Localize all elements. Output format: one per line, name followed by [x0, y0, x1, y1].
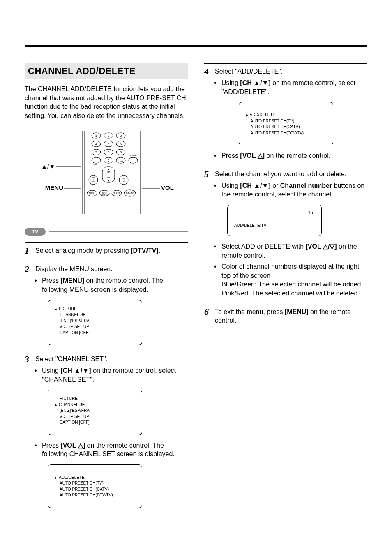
svg-text:2: 2 — [107, 134, 109, 138]
step-3: 3 Select "CHANNEL SET". • Using [CH ▲/▼]… — [25, 351, 188, 508]
svg-text:9: 9 — [120, 150, 122, 154]
step-1: 1 Select analog mode by pressing [DTV/TV… — [25, 242, 188, 255]
step-5-head: Select the channel you want to add or de… — [215, 170, 346, 179]
step-num-4: 4 — [204, 67, 212, 76]
btn-sleep: SLEEP — [113, 192, 120, 194]
section-title: CHANNEL ADD/DELETE — [25, 63, 188, 79]
label-menu: MENU — [45, 184, 63, 191]
btn-ch-up: CH — [107, 171, 110, 173]
remote-diagram: CH ▲/▼ MENU VOL △/▽ 1 2 3 — [25, 127, 188, 219]
step-2-bullet: • Press [MENU] on the remote control. Th… — [35, 276, 188, 294]
step-2-head: Display the MENU screen. — [35, 265, 113, 274]
step-num-6: 6 — [204, 307, 212, 316]
step-4-head: Select "ADD/DELETE". — [215, 67, 283, 76]
step-num-3: 3 — [25, 355, 32, 364]
btn-dtvtv: DTV/TV — [126, 192, 134, 194]
osd-channel-label: ADD/DELETE:TV — [233, 223, 316, 228]
btn-menu: MENU — [89, 192, 95, 194]
step-num-5: 5 — [204, 170, 212, 179]
osd-channel-display: 15 ADD/DELETE:TV — [227, 205, 322, 236]
svg-text:△: △ — [122, 180, 125, 182]
btn-vol-dn: VOL — [91, 181, 95, 183]
step-4b-bullet: • Press [VOL △] on the remote control. — [214, 151, 367, 160]
remote-svg: CH ▲/▼ MENU VOL △/▽ 1 2 3 — [39, 127, 174, 218]
tv-badge: TV — [25, 228, 46, 236]
svg-text:SELECT: SELECT — [101, 194, 108, 196]
osd-channel-number: 15 — [233, 209, 316, 223]
step-2: 2 Display the MENU screen. • Press [MENU… — [25, 261, 188, 345]
step-3b-bullet: • Press [VOL △] on the remote control. T… — [35, 441, 188, 459]
svg-text:▽: ▽ — [92, 177, 95, 180]
step-3-bullet: • Using [CH ▲/▼] on the remote control, … — [35, 366, 188, 384]
step-5: 5 Select the channel you want to add or … — [204, 166, 367, 298]
btn-ch-dn: CH — [107, 176, 110, 179]
svg-text:4: 4 — [95, 142, 97, 146]
step-num-1: 1 — [25, 246, 32, 255]
svg-text:1: 1 — [95, 134, 97, 138]
step-5c-bullet: • Color of channel numbers displayed at … — [214, 262, 367, 298]
btn-plus100: +100 — [118, 159, 123, 162]
step-4-bullet: • Using [CH ▲/▼] on the remote control, … — [214, 78, 367, 96]
step-5-bullet: • Using [CH ▲/▼] or Channel number butto… — [214, 181, 367, 199]
btn-ent: –ENT — [93, 163, 99, 166]
svg-text:RETURN: RETURN — [129, 157, 136, 159]
svg-text:▼: ▼ — [107, 179, 110, 182]
tv-badge-row: TV — [25, 228, 188, 236]
step-5b-bullet: • Select ADD or DELETE with [VOL △/▽] on… — [214, 242, 367, 260]
label-vol: VOL △/▽ — [161, 184, 174, 191]
osd-channel-set: ADD/DELETE AUTO PRESET CH(TV) AUTO PRESE… — [48, 464, 142, 508]
svg-text:7: 7 — [95, 150, 97, 154]
step-3-head: Select "CHANNEL SET". — [35, 355, 108, 364]
label-ch: CH ▲/▼ — [39, 163, 55, 170]
right-column: 4 Select "ADD/DELETE". • Using [CH ▲/▼] … — [204, 63, 367, 514]
osd-add-delete: ADD/DELETE AUTO PRESET CH(TV) AUTO PRESE… — [239, 102, 333, 145]
svg-text:8: 8 — [107, 150, 109, 154]
left-column: CHANNEL ADD/DELETE The CHANNEL ADD/DELET… — [25, 63, 188, 514]
svg-point-25 — [92, 157, 101, 163]
osd-menu-2: PICTURE CHANNEL SET [ENG]/ESP/FRA V-CHIP… — [48, 390, 142, 435]
osd-menu-1: PICTURE CHANNEL SET [ENG]/ESP/FRA V-CHIP… — [48, 300, 142, 346]
intro-paragraph: The CHANNEL ADD/DELETE function lets you… — [25, 85, 188, 120]
step-6-text: To exit the menu, press [MENU] on the re… — [215, 307, 367, 325]
svg-text:5: 5 — [107, 142, 109, 146]
step-1-text: Select analog mode by pressing [DTV/TV]. — [35, 246, 160, 255]
svg-text:6: 6 — [120, 142, 122, 146]
svg-text:0: 0 — [107, 159, 109, 162]
step-4: 4 Select "ADD/DELETE". • Using [CH ▲/▼] … — [204, 63, 367, 160]
step-6: 6 To exit the menu, press [MENU] on the … — [204, 304, 367, 325]
top-rule — [25, 45, 367, 47]
svg-text:▲: ▲ — [107, 168, 110, 171]
step-num-2: 2 — [25, 265, 32, 274]
svg-text:3: 3 — [120, 134, 122, 138]
